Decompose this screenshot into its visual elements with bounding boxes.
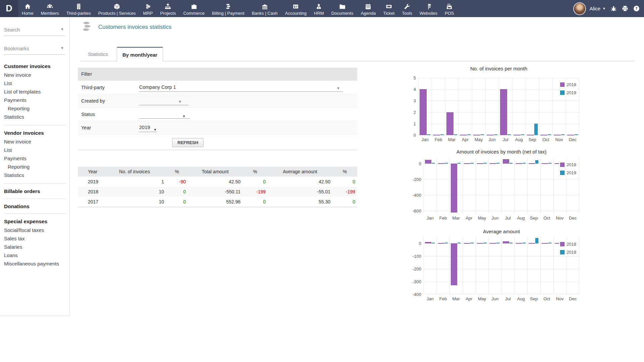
x-axis-tick-label: Jul bbox=[499, 137, 512, 142]
sidebar-item-special-expenses-loans[interactable]: Loans bbox=[4, 251, 69, 259]
nav-item-label: Third-parties bbox=[66, 11, 91, 16]
refresh-button[interactable]: REFRESH bbox=[172, 138, 204, 147]
bar-2019-Nov bbox=[561, 134, 565, 135]
count-cell: 10 bbox=[103, 187, 166, 197]
gridline bbox=[553, 237, 554, 294]
legend-entry-2019: 2019 bbox=[559, 248, 577, 256]
col-total-amount: Total amount bbox=[188, 167, 243, 177]
nav-item-pos[interactable]: POS bbox=[441, 0, 458, 17]
sidebar-item-customer-invoices-new-invoice[interactable]: New invoice bbox=[4, 71, 69, 79]
bar-2019-Feb bbox=[445, 243, 448, 243]
sidebar-item-vendor-invoices-list[interactable]: List bbox=[4, 146, 69, 154]
help-icon[interactable]: ? bbox=[633, 5, 640, 12]
sidebar-divider bbox=[4, 198, 66, 199]
nav-item-projects[interactable]: Projects bbox=[157, 0, 180, 17]
gridline bbox=[579, 158, 579, 214]
nav-item-home[interactable]: Home bbox=[18, 0, 37, 17]
sidebar-item-vendor-invoices-reporting[interactable]: Reporting bbox=[4, 163, 69, 171]
sidebar-item-vendor-invoices-statistics[interactable]: Statistics bbox=[4, 171, 69, 179]
app-logo[interactable]: D bbox=[0, 0, 18, 17]
bar-2018-May bbox=[473, 135, 480, 135]
sidebar-item-special-expenses-miscellaneous-payments[interactable]: Miscellaneous payments bbox=[4, 259, 69, 268]
sidebar-menu: Customer invoicesNew invoiceListList of … bbox=[4, 63, 69, 268]
status-select[interactable]: ▼ bbox=[139, 110, 190, 119]
calendar-icon bbox=[365, 3, 372, 10]
sidebar-section-vendor-invoices[interactable]: Vendor invoices bbox=[4, 130, 69, 136]
bookmarks-input[interactable]: Bookmarks ▼ bbox=[4, 46, 65, 55]
nav-item-members[interactable]: Members bbox=[37, 0, 63, 17]
sidebar-item-customer-invoices-payments[interactable]: Payments bbox=[4, 96, 69, 104]
nav-item-accounting[interactable]: $Accounting bbox=[281, 0, 310, 17]
nav-item-tools[interactable]: Tools bbox=[398, 0, 416, 17]
gridline bbox=[418, 78, 419, 135]
x-axis-tick-label: Apr bbox=[463, 216, 476, 221]
bug-icon[interactable] bbox=[610, 5, 617, 12]
third-party-value: Company Corp 1 bbox=[139, 84, 176, 90]
y-axis-tick-label: -200 bbox=[413, 177, 421, 182]
nav-item-label: Agenda bbox=[361, 11, 376, 16]
sidebar-item-customer-invoices-list[interactable]: List bbox=[4, 79, 69, 87]
nav-item-agenda[interactable]: Agenda bbox=[357, 0, 379, 17]
select-arrow-icon: ▼ bbox=[154, 126, 157, 134]
third-party-select[interactable]: Company Corp 1 ▼ bbox=[139, 83, 343, 92]
sidebar-section-billable-orders[interactable]: Billable orders bbox=[4, 188, 69, 194]
home-icon bbox=[24, 3, 31, 10]
nav-item-label: POS bbox=[445, 11, 454, 16]
sidebar-item-special-expenses-social-fiscal-taxes[interactable]: Social/fiscal taxes bbox=[4, 226, 69, 234]
sidebar-item-vendor-invoices-payments[interactable]: Payments bbox=[4, 154, 69, 163]
ticket-icon bbox=[385, 3, 392, 10]
sidebar-item-special-expenses-sales-tax[interactable]: Sales tax bbox=[4, 234, 69, 243]
bar-2018-Apr bbox=[460, 135, 467, 135]
legend-entry-2018: 2018 bbox=[559, 161, 577, 169]
nav-item-billing-payment[interactable]: Billing | Payment bbox=[208, 0, 248, 17]
nav-item-commerce[interactable]: Commerce bbox=[179, 0, 208, 17]
nav-item-hrm[interactable]: HRM bbox=[310, 0, 328, 17]
bar-2018-Jun bbox=[490, 243, 496, 244]
printer-icon[interactable] bbox=[622, 5, 629, 12]
bar-2019-Feb bbox=[440, 134, 444, 135]
left-sidebar: Search ▼ Bookmarks ▼ Customer invoicesNe… bbox=[0, 17, 70, 316]
nav-item-ticket[interactable]: Ticket bbox=[379, 0, 398, 17]
sidebar-item-special-expenses-salaries[interactable]: Salaries bbox=[4, 243, 69, 251]
bar-2019-Feb bbox=[445, 163, 448, 164]
legend-swatch bbox=[560, 82, 565, 87]
y-axis-tick-label: -100 bbox=[413, 253, 421, 258]
sidebar-section-special-expenses[interactable]: Special expenses bbox=[4, 219, 69, 225]
bar-2018-Jul bbox=[503, 241, 509, 243]
y-axis-tick-label: 2 bbox=[414, 110, 416, 115]
gridline bbox=[515, 237, 515, 294]
sidebar-item-customer-invoices-statistics[interactable]: Statistics bbox=[4, 113, 69, 121]
sidebar-item-customer-invoices-reporting[interactable]: Reporting bbox=[4, 104, 69, 113]
sidebar-item-customer-invoices-list-of-templates[interactable]: List of templates bbox=[4, 87, 69, 96]
nav-item-banks-cash[interactable]: Banks | Cash bbox=[248, 0, 281, 17]
y-axis-tick-label: -400 bbox=[413, 292, 421, 297]
nav-item-websites[interactable]: Websites bbox=[416, 0, 441, 17]
filter-panel: Filter Third-party Company Corp 1 ▼ Crea… bbox=[78, 68, 357, 150]
count-cell: 1 bbox=[103, 177, 166, 187]
created-by-select[interactable]: ▼ bbox=[139, 97, 189, 105]
tab-by-month-year[interactable]: By month/year bbox=[117, 47, 163, 61]
sidebar-section-donations[interactable]: Donations bbox=[4, 203, 69, 209]
gridline bbox=[527, 237, 528, 294]
tab-divider-line bbox=[80, 61, 635, 61]
sidebar-item-vendor-invoices-new-invoice[interactable]: New invoice bbox=[4, 137, 69, 146]
search-input[interactable]: Search ▼ bbox=[4, 27, 65, 36]
pct-cell: 0 bbox=[243, 197, 268, 207]
sidebar-divider bbox=[4, 125, 66, 125]
tab-statistics[interactable]: Statistics bbox=[80, 47, 115, 61]
chart-invoices-per-month: No. of invoices per month 20182019012345… bbox=[408, 66, 579, 146]
x-axis-tick-label: May bbox=[472, 137, 485, 142]
user-name: Alice bbox=[590, 6, 601, 11]
sidebar-section-customer-invoices[interactable]: Customer invoices bbox=[4, 63, 69, 69]
user-avatar[interactable] bbox=[574, 3, 585, 14]
year-label: Year bbox=[78, 125, 139, 130]
globe-icon bbox=[425, 3, 432, 10]
user-menu[interactable]: Alice ▼ bbox=[590, 6, 606, 11]
nav-item-third-parties[interactable]: Third-parties bbox=[63, 0, 95, 17]
nav-item-documents[interactable]: Documents bbox=[328, 0, 357, 17]
bank-icon bbox=[261, 3, 268, 10]
nav-item-mrp[interactable]: MRP bbox=[140, 0, 157, 17]
year-select[interactable]: 2019 ▼ bbox=[139, 123, 157, 132]
nav-item-products-services[interactable]: Products | Services bbox=[95, 0, 140, 17]
pct-cell: 0 bbox=[166, 197, 188, 207]
